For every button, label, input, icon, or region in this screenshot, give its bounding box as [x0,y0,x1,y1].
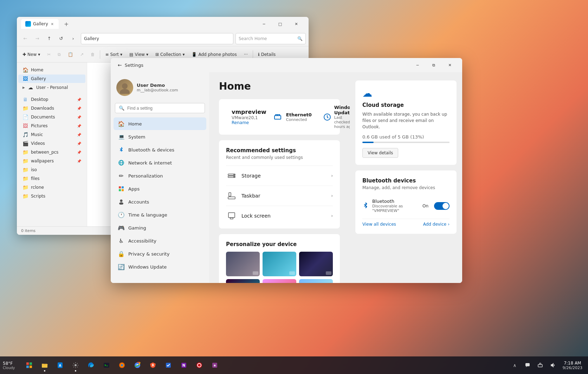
refresh-button[interactable]: ↺ [56,33,67,44]
sidebar-item-files[interactable]: 📁 files [18,174,85,183]
settings-nav-gaming[interactable]: 🎮 Gaming [114,221,206,234]
taskbar-onenote[interactable]: N [176,358,191,372]
maximize-button[interactable]: □ [272,18,288,30]
bluetooth-device-name: Bluetooth [372,199,419,204]
settings-search[interactable]: 🔍 [115,103,205,113]
settings-nav-privacy[interactable]: 🔒 Privacy & security [114,247,206,260]
bluetooth-toggle[interactable] [434,202,450,210]
storage-label: Storage [241,173,331,179]
add-phone-photos-button[interactable]: 📱 Add phone photos [189,51,239,58]
address-bar[interactable]: Gallery [81,33,233,44]
view-all-devices-link[interactable]: View all devices [362,222,396,227]
address-expand[interactable]: › [67,33,79,44]
gallery-tab-close[interactable]: ✕ [50,22,54,26]
wallpaper-5[interactable] [263,279,296,283]
device-card: vmpreview VMware20,1 Rename Ethernet0 Co… [219,99,340,135]
gallery-tab[interactable]: Gallery ✕ [21,19,59,29]
sidebar-item-documents[interactable]: 📄 Documents 📌 [18,113,85,121]
recommended-storage[interactable]: Storage › [226,166,333,186]
add-device-button[interactable]: Add device › [423,222,450,227]
sidebar-item-gallery[interactable]: 🖼 Gallery [18,75,85,83]
taskbar-opera[interactable] [192,358,207,372]
settings-nav-network[interactable]: Network & internet [114,156,206,169]
sidebar-item-between-pcs[interactable]: 📁 between_pcs 📌 [18,148,85,156]
svg-rect-6 [122,186,124,188]
settings-nav-accounts[interactable]: Accounts [114,195,206,208]
settings-nav-system[interactable]: 💻 System [114,130,206,143]
copy-button[interactable]: ⧉ [55,51,64,58]
settings-close-button[interactable]: ✕ [442,59,458,71]
settings-minimize-button[interactable]: ─ [409,59,426,71]
taskbar-explorer[interactable] [37,358,52,372]
recommended-lock-screen[interactable]: Lock screen › [226,206,333,226]
wallpaper-1[interactable] [226,252,260,276]
show-hidden-icons-button[interactable]: ∧ [509,358,521,372]
search-box[interactable]: Search Home 🔍 [235,33,306,44]
sidebar-item-home[interactable]: 🏠 Home [18,66,85,74]
wallpaper-2[interactable] [263,252,296,276]
sidebar-item-user-personal[interactable]: ▶ ☁ User - Personal [18,83,85,92]
share-button[interactable]: ↗ [77,51,86,58]
settings-nav-bluetooth[interactable]: Bluetooth & devices [114,143,206,156]
more-button[interactable]: ··· [241,51,251,58]
settings-nav-home[interactable]: 🏠 Home [114,117,206,130]
taskbar-edge[interactable] [84,358,98,372]
delete-button[interactable]: 🗑 [88,51,98,58]
wallpaper-3[interactable] [299,252,333,276]
up-button[interactable]: ↑ [44,33,55,44]
cut-button[interactable]: ✂ [44,51,53,58]
wallpaper-4[interactable] [226,279,260,283]
rename-button[interactable]: Rename [232,120,266,125]
close-button[interactable]: ✕ [288,18,304,30]
taskbar-brave[interactable]: B [146,358,160,372]
sidebar-item-videos[interactable]: 🎬 Videos 📌 [18,139,85,148]
new-tab-button[interactable]: + [62,19,71,29]
new-button[interactable]: ✚ New ▾ [20,51,43,58]
videos-icon: 🎬 [22,141,28,146]
sidebar-item-desktop[interactable]: 🖥 Desktop 📌 [18,95,85,104]
taskbar-app2[interactable]: ★ [207,358,222,372]
sidebar-item-rclone[interactable]: 📁 rclone [18,183,85,192]
settings-maximize-button[interactable]: ⧉ [426,59,442,71]
sidebar-item-downloads[interactable]: 📁 Downloads 📌 [18,104,85,112]
paste-button[interactable]: 📋 [65,51,76,58]
details-button[interactable]: ℹ Details [255,51,278,58]
network-icon[interactable] [535,358,546,372]
device-info: vmpreview VMware20,1 Rename [232,109,266,125]
settings-nav-windows-update[interactable]: 🔄 Windows Update [114,260,206,273]
forward-button[interactable]: → [32,33,43,44]
wallpaper-6[interactable] [299,279,333,283]
taskbar-settings[interactable] [68,358,83,372]
settings-search-input[interactable] [127,106,201,111]
settings-nav-personalization[interactable]: ✏️ Personalization [114,169,206,182]
taskbar-chrome[interactable] [130,358,145,372]
start-button[interactable] [22,358,37,372]
sidebar-item-iso[interactable]: 📁 iso [18,166,85,174]
view-details-button[interactable]: View details [362,148,398,158]
sidebar-item-wallpapers[interactable]: 📁 wallpapers 📌 [18,157,85,165]
view-button[interactable]: ▤ View ▾ [127,51,151,58]
settings-back-button[interactable]: ← [118,62,122,68]
address-path: Gallery [84,36,99,41]
recommended-taskbar[interactable]: Taskbar › [226,186,333,206]
settings-nav-apps[interactable]: Apps [114,182,206,195]
sidebar-item-pictures[interactable]: 🖼 Pictures 📌 [18,122,85,130]
settings-nav-time[interactable]: 🕐 Time & language [114,208,206,221]
svg-rect-28 [30,366,32,368]
sidebar-item-music[interactable]: 🎵 Music 📌 [18,130,85,139]
minimize-button[interactable]: ─ [256,18,272,30]
chat-icon[interactable] [522,358,533,372]
settings-nav-accessibility[interactable]: ♿ Accessibility [114,234,206,247]
taskbar-firefox[interactable] [115,358,129,372]
taskbar-terminal[interactable] [99,358,114,372]
taskbar-weather[interactable]: 58°F Cloudy [0,361,18,370]
sound-icon[interactable] [547,358,558,372]
collection-button[interactable]: ⊞ Collection ▾ [153,51,187,58]
back-button[interactable]: ← [20,33,31,44]
taskbar-todo[interactable] [161,358,176,372]
taskbar-store[interactable]: A [53,358,67,372]
clock[interactable]: 7:18 AM 9/26/2023 [560,361,585,370]
sort-button[interactable]: ≡ Sort ▾ [102,51,125,58]
sidebar-item-scripts[interactable]: 📁 Scripts [18,192,85,200]
user-profile[interactable]: User Demo m__lab@outlook.com [114,75,206,100]
